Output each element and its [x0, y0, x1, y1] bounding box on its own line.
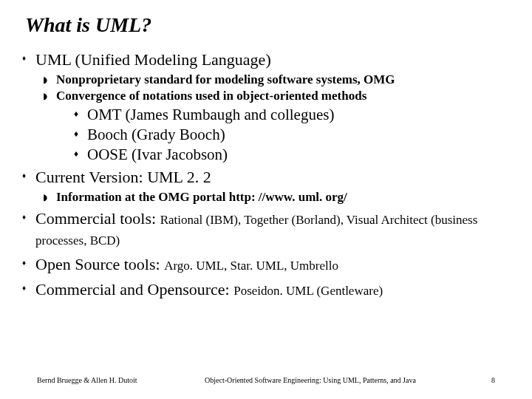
halfcircle-icon: ◗ [43, 89, 56, 103]
diamond-icon: ♦ [21, 209, 35, 225]
slide-title: What is UML? [25, 13, 511, 37]
bullet-text: Commercial tools: Rational (IBM), Togeth… [35, 209, 511, 250]
bullet-commercial-tools: ♦ Commercial tools: Rational (IBM), Toge… [21, 209, 511, 250]
bullet-text: Current Version: UML 2. 2 [35, 168, 211, 187]
halfcircle-icon: ◗ [43, 72, 56, 87]
bullet-text: Booch (Grady Booch) [87, 126, 225, 143]
bullet-omt: ♦ OMT (James Rumbaugh and collegues) [74, 106, 511, 123]
bullet-text: Commercial and Opensource: Poseidon. UML… [35, 280, 383, 301]
bullet-text: UML (Unified Modeling Language) [35, 50, 271, 69]
diamond-icon: ♦ [21, 50, 35, 66]
diamond-icon: ♦ [74, 106, 87, 122]
diamond-icon: ♦ [21, 280, 35, 296]
bullet-nonproprietary: ◗ Nonproprietary standard for modeling s… [43, 72, 511, 87]
bullet-text: Nonproprietary standard for modeling sof… [56, 72, 395, 87]
diamond-icon: ♦ [21, 255, 35, 271]
diamond-icon: ♦ [74, 126, 87, 142]
bullet-uml: ♦ UML (Unified Modeling Language) [21, 50, 511, 69]
bullet-oose: ♦ OOSE (Ivar Jacobson) [74, 146, 511, 163]
bullet-text: Convergence of notations used in object-… [56, 89, 366, 103]
bullet-text: Open Source tools: Argo. UML, Star. UML,… [35, 255, 338, 276]
diamond-icon: ♦ [21, 168, 35, 184]
bullet-convergence: ◗ Convergence of notations used in objec… [43, 89, 511, 103]
bullet-opensource-tools: ♦ Open Source tools: Argo. UML, Star. UM… [21, 255, 511, 276]
footer-page-number: 8 [451, 376, 495, 384]
bullet-version: ♦ Current Version: UML 2. 2 [21, 168, 511, 187]
slide-footer: Bernd Bruegge & Allen H. Dutoit Object-O… [0, 376, 532, 384]
bullet-text: OMT (James Rumbaugh and collegues) [87, 106, 334, 123]
bullet-commercial-opensource: ♦ Commercial and Opensource: Poseidon. U… [21, 280, 511, 301]
diamond-icon: ♦ [74, 146, 87, 162]
bullet-booch: ♦ Booch (Grady Booch) [74, 126, 511, 143]
footer-title: Object-Oriented Software Engineering: Us… [170, 376, 451, 384]
bullet-text: Information at the OMG portal http: //ww… [56, 190, 347, 205]
footer-authors: Bernd Bruegge & Allen H. Dutoit [37, 376, 170, 384]
bullet-text: OOSE (Ivar Jacobson) [87, 146, 228, 163]
halfcircle-icon: ◗ [43, 190, 56, 205]
bullet-omg-portal: ◗ Information at the OMG portal http: //… [43, 190, 511, 205]
